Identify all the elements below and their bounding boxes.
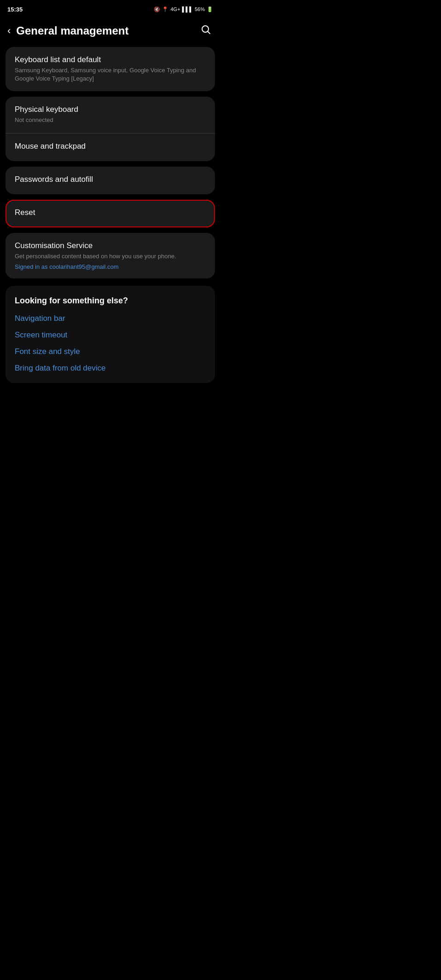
page-title: General management [16, 24, 128, 37]
reset-title: Reset [15, 208, 206, 217]
search-button[interactable] [200, 24, 211, 38]
bring-data-link[interactable]: Bring data from old device [15, 364, 206, 373]
battery-icon: 🔋 [207, 6, 213, 12]
physical-keyboard-item[interactable]: Physical keyboard Not connected [6, 97, 215, 133]
battery-text: 56% [195, 6, 205, 12]
screen-timeout-link[interactable]: Screen timeout [15, 331, 206, 340]
customisation-title: Customisation Service [15, 241, 206, 250]
passwords-card[interactable]: Passwords and autofill [6, 167, 215, 194]
navigation-bar-link[interactable]: Navigation bar [15, 314, 206, 323]
keyboard-title: Keyboard list and default [15, 55, 206, 64]
looking-section: Looking for something else? Navigation b… [6, 286, 215, 383]
search-icon [200, 24, 211, 35]
physical-keyboard-title: Physical keyboard [15, 105, 206, 114]
network-icon: 4G+ [170, 6, 180, 12]
back-button[interactable]: ‹ [7, 25, 11, 37]
main-content: Keyboard list and default Samsung Keyboa… [0, 47, 220, 383]
keyboard-card[interactable]: Keyboard list and default Samsung Keyboa… [6, 47, 215, 91]
physical-keyboard-subtitle: Not connected [15, 116, 206, 124]
font-size-link[interactable]: Font size and style [15, 347, 206, 356]
status-icons: 🔇 📍 4G+ ▌▌▌ 56% 🔋 [154, 6, 213, 12]
customisation-subtitle: Get personalised content based on how yo… [15, 252, 206, 261]
passwords-title: Passwords and autofill [15, 175, 206, 184]
customisation-card[interactable]: Customisation Service Get personalised c… [6, 233, 215, 278]
page-header: ‹ General management [0, 17, 220, 47]
keyboard-subtitle: Samsung Keyboard, Samsung voice input, G… [15, 66, 206, 83]
header-left: ‹ General management [7, 24, 128, 37]
mouse-title: Mouse and trackpad [15, 142, 206, 151]
signal-bars-icon: ▌▌▌ [182, 6, 193, 12]
location-icon: 📍 [162, 6, 168, 12]
mute-icon: 🔇 [154, 6, 160, 12]
svg-line-1 [208, 32, 210, 34]
customisation-signed-in: Signed in as coolarihant95@gmail.com [15, 263, 206, 270]
status-time: 15:35 [7, 6, 23, 13]
status-bar: 15:35 🔇 📍 4G+ ▌▌▌ 56% 🔋 [0, 0, 220, 17]
input-devices-group: Physical keyboard Not connected Mouse an… [6, 97, 215, 161]
reset-card[interactable]: Reset [6, 200, 215, 227]
mouse-trackpad-item[interactable]: Mouse and trackpad [6, 133, 215, 161]
looking-title: Looking for something else? [15, 296, 206, 306]
